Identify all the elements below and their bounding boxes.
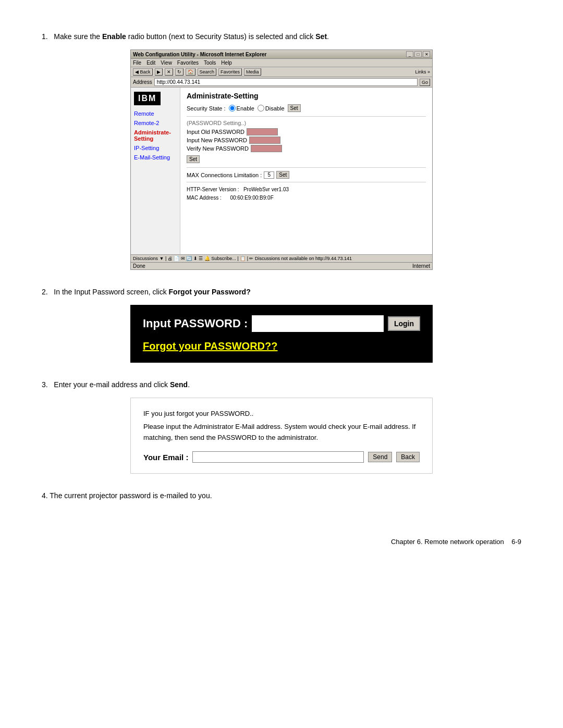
favorites-button[interactable]: Favorites [218, 68, 242, 76]
security-row: Security State : Enable Disable Set [187, 104, 426, 112]
divider-2 [187, 167, 426, 168]
footer-page: 6-9 [511, 538, 521, 546]
enable-option: Enable [229, 105, 254, 112]
menu-view[interactable]: View [161, 60, 172, 66]
menu-favorites[interactable]: Favorites [177, 60, 199, 66]
pw-section-label: (PASSWORD Setting..) [187, 120, 426, 126]
step-3-text: 3. Enter your e-mail address and click S… [42, 379, 521, 390]
forgot-password-screen: IF you just forgot your PASSWORD.. Pleas… [130, 398, 433, 474]
browser-body: IBM Remote Remote-2 Administrate-Setting… [131, 88, 432, 254]
media-button[interactable]: Media [244, 68, 261, 76]
page-footer: Chapter 6. Remote network operation 6-9 [42, 533, 521, 546]
menu-edit[interactable]: Edit [146, 60, 155, 66]
input-password-screen: Input PASSWORD : Login Forgot your PASSW… [130, 305, 433, 363]
forgot-pw-description: IF you just forgot your PASSWORD.. Pleas… [143, 409, 420, 443]
old-pw-row: Input Old PASSWORD [187, 128, 426, 135]
input-pw-label: Input PASSWORD : [143, 317, 248, 330]
forgot-password-link[interactable]: Forgot your PASSWORD?? [143, 340, 420, 352]
step-1: 1. Make sure the Enable radio button (ne… [42, 31, 521, 270]
sidebar-link-ip[interactable]: IP-Setting [134, 145, 177, 151]
divider-3 [187, 182, 426, 182]
disable-radio[interactable] [258, 105, 264, 112]
email-label: Your Email : [143, 453, 188, 462]
sidebar-link-remote2[interactable]: Remote-2 [134, 120, 177, 126]
old-pw-label: Input Old PASSWORD [187, 129, 244, 135]
refresh-button[interactable]: ↻ [175, 68, 183, 76]
mac-label: MAC Address : [187, 195, 222, 201]
old-pw-input[interactable] [247, 128, 278, 135]
forward-button[interactable]: ▶ [155, 68, 163, 76]
max-conn-label: MAX Connections Limitation : [187, 172, 262, 178]
browser-menubar: File Edit View Favorites Tools Help [131, 59, 432, 67]
sidebar-link-admin[interactable]: Administrate-Setting [134, 129, 177, 142]
forgot-pw-line2: Please input the Administrator E-Mail ad… [143, 422, 420, 443]
email-row: Your Email : Send Back [143, 451, 420, 463]
sidebar-link-email[interactable]: E-Mail-Setting [134, 154, 177, 161]
main-content: 1. Make sure the Enable radio button (ne… [42, 31, 521, 546]
links-label: Links » [415, 69, 430, 75]
browser-sidebar: IBM Remote Remote-2 Administrate-Setting… [131, 88, 180, 254]
step-4: 4. The current projector password is e-m… [42, 490, 521, 501]
input-pw-row: Input PASSWORD : Login [143, 315, 420, 332]
new-pw-label: Input New PASSWORD [187, 137, 247, 143]
step-2: 2. In the Input Password screen, click F… [42, 287, 521, 363]
menu-help[interactable]: Help [221, 60, 232, 66]
password-section: (PASSWORD Setting..) Input Old PASSWORD … [187, 120, 426, 163]
server-info: HTTP-Server Version : ProWebSvr ver1.03 … [187, 186, 426, 202]
security-set-button[interactable]: Set [288, 104, 301, 112]
address-label: Address [133, 79, 152, 85]
minimize-btn[interactable]: _ [406, 51, 413, 57]
status-internet: Internet [412, 263, 430, 269]
back-button[interactable]: Back [396, 452, 420, 462]
browser-window: Web Configuration Utility - Microsoft In… [130, 50, 433, 270]
enable-label: Enable [237, 105, 254, 112]
http-server-label: HTTP-Server Version : [187, 187, 239, 192]
pw-set-button[interactable]: Set [187, 155, 200, 163]
disable-label: Disable [265, 105, 285, 112]
menu-tools[interactable]: Tools [204, 60, 216, 66]
verify-pw-label: Verify New PASSWORD [187, 145, 249, 152]
browser-title-text: Web Configuration Utility - Microsoft In… [133, 52, 267, 57]
browser-bottom-toolbar: Discussions ▼ | 🖨 📄 ✉ 🔄 ⬇ ☰ 🔔 Subscribe.… [131, 254, 432, 262]
mac-value: 00:60:E9:00:B9:0F [230, 195, 273, 201]
bottom-toolbar-text: Discussions ▼ | 🖨 📄 ✉ 🔄 ⬇ ☰ 🔔 Subscribe.… [133, 256, 352, 261]
max-conn-input[interactable] [264, 171, 274, 179]
step-4-text: 4. The current projector password is e-m… [42, 490, 521, 501]
ibm-logo: IBM [134, 92, 161, 105]
max-connections-row: MAX Connections Limitation : Set [187, 171, 426, 179]
footer-chapter: Chapter 6. Remote network operation [391, 538, 504, 546]
email-input[interactable] [192, 451, 364, 463]
back-button[interactable]: ◀ Back [133, 68, 153, 76]
home-button[interactable]: 🏠 [186, 68, 195, 76]
divider-1 [187, 116, 426, 117]
step-1-text: 1. Make sure the Enable radio button (ne… [42, 31, 521, 42]
new-pw-input[interactable] [249, 137, 280, 144]
sidebar-link-remote[interactable]: Remote [134, 110, 177, 117]
browser-toolbar: ◀ Back ▶ ✕ ↻ 🏠 Search Favorites Media Li… [131, 67, 432, 77]
maximize-btn[interactable]: □ [414, 51, 422, 57]
browser-controls: _ □ ✕ [406, 51, 430, 57]
address-toolbar: Address Go [131, 77, 432, 88]
search-button[interactable]: Search [198, 68, 217, 76]
new-pw-row: Input New PASSWORD [187, 137, 426, 144]
go-button[interactable]: Go [420, 79, 430, 86]
stop-button[interactable]: ✕ [165, 68, 173, 76]
enable-radio[interactable] [229, 105, 236, 112]
login-button[interactable]: Login [388, 316, 420, 331]
mac-row: MAC Address : 00:60:E9:00:B9:0F [187, 194, 426, 202]
admin-title: Administrate-Setting [187, 92, 426, 100]
send-button[interactable]: Send [368, 452, 392, 462]
status-done: Done [133, 263, 145, 269]
address-bar[interactable] [154, 78, 418, 86]
close-btn[interactable]: ✕ [423, 51, 430, 57]
step-3: 3. Enter your e-mail address and click S… [42, 379, 521, 474]
max-conn-set-button[interactable]: Set [276, 171, 289, 179]
browser-statusbar: Done Internet [131, 262, 432, 269]
forgot-pw-line1: IF you just forgot your PASSWORD.. [143, 409, 420, 419]
browser-main: Administrate-Setting Security State : En… [180, 88, 432, 254]
verify-pw-row: Verify New PASSWORD [187, 145, 426, 152]
disable-option: Disable [258, 105, 285, 112]
verify-pw-input[interactable] [251, 145, 282, 152]
password-input[interactable] [252, 315, 384, 332]
menu-file[interactable]: File [133, 60, 141, 66]
